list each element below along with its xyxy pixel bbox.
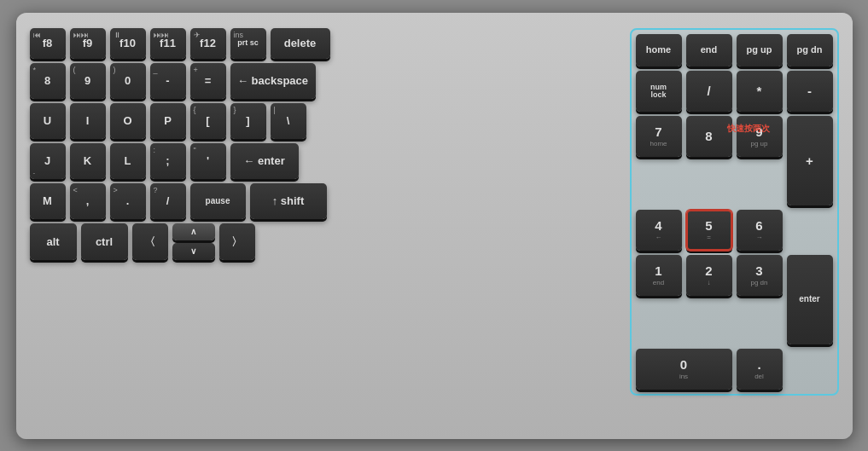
numpad-divide[interactable]: / <box>686 71 732 112</box>
key-i[interactable]: I <box>70 103 106 139</box>
key-shift-right[interactable]: ↑ shift <box>250 183 327 219</box>
key-quote[interactable]: " ' <box>190 143 226 179</box>
numpad-subtract[interactable]: - <box>787 71 833 112</box>
numpad-123-row: 1 end 2 ↓ 3 pg dn enter <box>636 255 833 344</box>
key-comma[interactable]: < , <box>70 183 106 219</box>
key-9[interactable]: ( 9 <box>70 63 106 99</box>
numpad-8[interactable]: 8 <box>686 116 732 157</box>
numpad-enter[interactable]: enter <box>787 255 833 344</box>
numpad-pgdn[interactable]: pg dn <box>787 34 833 66</box>
key-u[interactable]: U <box>30 103 66 139</box>
numpad-789-row: 7 home 8 快速按两次 9 pg up + <box>636 116 833 205</box>
key-p[interactable]: P <box>150 103 186 139</box>
key-asterisk-top[interactable]: * 8 <box>30 63 66 99</box>
num-row: * 8 ( 9 ) 0 _ - + = ← backspace <box>30 63 625 99</box>
key-semicolon[interactable]: : ; <box>150 143 186 179</box>
key-minus[interactable]: _ - <box>150 63 186 99</box>
key-equals[interactable]: + = <box>190 63 226 99</box>
key-j[interactable]: - J <box>30 143 66 179</box>
numpad-multiply[interactable]: * <box>737 71 783 112</box>
numpad-4[interactable]: 4 ← <box>636 210 682 251</box>
numpad-decimal[interactable]: . del <box>737 349 783 390</box>
numpad-3[interactable]: 3 pg dn <box>737 255 783 296</box>
key-f9[interactable]: ⏭⏭ f9 <box>70 28 106 59</box>
numpad-456-row: 4 ← 5 = 6 → <box>636 210 833 251</box>
key-m[interactable]: M <box>30 183 66 219</box>
numpad-6[interactable]: 6 → <box>737 210 783 251</box>
key-period[interactable]: > . <box>110 183 146 219</box>
numpad-home[interactable]: home <box>636 34 682 66</box>
key-delete[interactable]: delete <box>271 28 330 59</box>
numpad-add[interactable]: + <box>787 116 833 205</box>
numpad-8-wrapper: 8 快速按两次 <box>686 116 732 157</box>
key-f10[interactable]: ⏸ f10 <box>110 28 146 59</box>
numpad-0-row: 0 ins . del <box>636 349 833 390</box>
numpad-0[interactable]: 0 ins <box>636 349 732 390</box>
uiop-row: U I O P { [ } ] | \ <box>30 103 625 139</box>
numpad-1[interactable]: 1 end <box>636 255 682 296</box>
jkl-row: - J K L : ; " ' ← enter <box>30 143 625 179</box>
numpad-2[interactable]: 2 ↓ <box>686 255 732 296</box>
key-pause[interactable]: pause <box>190 183 246 219</box>
key-l[interactable]: L <box>110 143 146 179</box>
highlight-text: 快速按两次 <box>727 123 734 135</box>
key-backspace[interactable]: ← backspace <box>230 63 316 99</box>
key-up[interactable]: ∧ <box>172 223 215 240</box>
numpad-top-row: numlock / * - <box>636 71 833 112</box>
key-k[interactable]: K <box>70 143 106 179</box>
key-enter[interactable]: ← enter <box>230 143 299 179</box>
numpad-nav-row: home end pg up pg dn <box>636 34 833 66</box>
numpad-pgup[interactable]: pg up <box>737 34 783 66</box>
key-alt[interactable]: alt <box>30 223 77 260</box>
key-rbrace[interactable]: } ] <box>230 103 266 139</box>
m-row: M < , > . ? / pause ↑ shift <box>30 183 625 219</box>
numpad-numlock[interactable]: numlock <box>636 71 682 112</box>
key-backslash[interactable]: | \ <box>271 103 306 139</box>
key-f8[interactable]: ⏮ f8 <box>30 28 66 59</box>
key-left[interactable]: 〈 <box>132 223 168 260</box>
key-slash[interactable]: ? / <box>150 183 186 219</box>
keyboard-container: ⏮ f8 ⏭⏭ f9 ⏸ f10 ⏭⏭ f11 ✈ f12 ins prt sc <box>16 13 853 439</box>
key-f12[interactable]: ✈ f12 <box>190 28 226 59</box>
key-ctrl[interactable]: ctrl <box>81 223 128 260</box>
key-f11[interactable]: ⏭⏭ f11 <box>150 28 186 59</box>
key-right[interactable]: 〉 <box>219 223 255 260</box>
numpad-section: home end pg up pg dn numlock / * <box>630 28 839 396</box>
numpad-5[interactable]: 5 = <box>686 210 732 251</box>
key-o[interactable]: O <box>110 103 146 139</box>
numpad-9[interactable]: 9 pg up <box>737 116 783 157</box>
key-0[interactable]: ) 0 <box>110 63 146 99</box>
fn-row: ⏮ f8 ⏭⏭ f9 ⏸ f10 ⏭⏭ f11 ✈ f12 ins prt sc <box>30 28 625 59</box>
bottom-row: alt ctrl 〈 ∧ ∨ 〉 <box>30 223 625 260</box>
main-keyboard: ⏮ f8 ⏭⏭ f9 ⏸ f10 ⏭⏭ f11 ✈ f12 ins prt sc <box>30 28 625 260</box>
key-prtsc[interactable]: ins prt sc <box>230 28 266 59</box>
numpad-7[interactable]: 7 home <box>636 116 682 157</box>
key-lbrace[interactable]: { [ <box>190 103 226 139</box>
key-updown: ∧ ∨ <box>172 223 215 260</box>
key-down[interactable]: ∨ <box>172 243 215 260</box>
numpad-end[interactable]: end <box>686 34 732 66</box>
